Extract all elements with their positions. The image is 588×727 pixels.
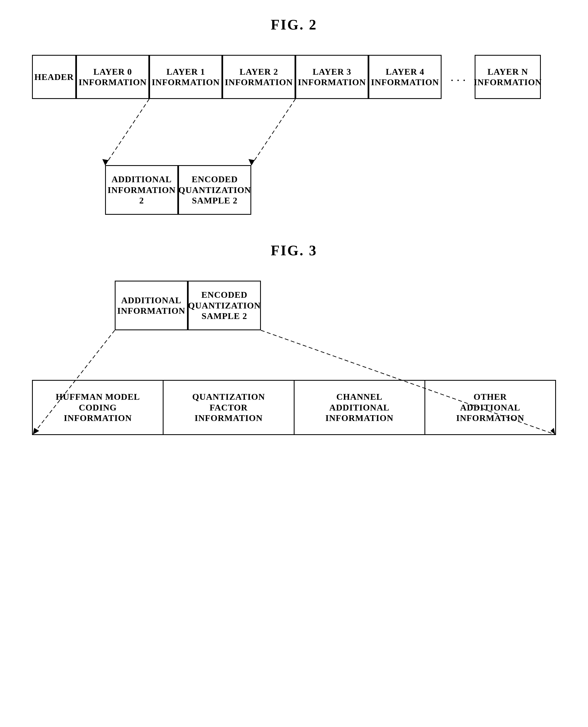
fig3-diagram: ADDITIONALINFORMATION ENCODEDQUANTIZATIO… [32,281,556,435]
fig3-cell-channel: CHANNELADDITIONALINFORMATION [294,380,424,435]
fig2-bottom-box: ADDITIONALINFORMATION 2 ENCODEDQUANTIZAT… [105,165,251,215]
svg-marker-2 [102,159,109,165]
cell-layerN: LAYER NINFORMATION [475,55,541,99]
fig3-title: FIG. 3 [0,242,588,259]
fig2-bottom-right: ENCODEDQUANTIZATIONSAMPLE 2 [178,165,251,215]
cell-layer1: LAYER 1INFORMATION [149,55,222,99]
dots-separator: . . . [442,55,475,99]
svg-line-1 [251,99,295,165]
fig2-lower: ADDITIONALINFORMATION 2 ENCODEDQUANTIZAT… [32,99,556,209]
fig3-top-right: ENCODEDQUANTIZATIONSAMPLE 2 [188,281,261,330]
fig3-top-left: ADDITIONALINFORMATION [115,281,188,330]
fig2-title: FIG. 2 [0,0,588,33]
fig2-bottom-left: ADDITIONALINFORMATION 2 [105,165,178,215]
cell-layer3: LAYER 3INFORMATION [295,55,369,99]
cell-layer0: LAYER 0INFORMATION [76,55,149,99]
fig3-cell-huffman: HUFFMAN MODELCODINGINFORMATION [32,380,163,435]
fig2-diagram: HEADER LAYER 0INFORMATION LAYER 1INFORMA… [32,55,556,209]
fig2-top-row: HEADER LAYER 0INFORMATION LAYER 1INFORMA… [32,55,556,99]
fig3-cell-other: OTHERADDITIONALINFORMATION [424,380,556,435]
cell-layer2: LAYER 2INFORMATION [222,55,295,99]
cell-layer4: LAYER 4INFORMATION [369,55,442,99]
svg-marker-3 [249,159,255,165]
svg-line-0 [105,99,149,165]
fig3-cell-quantization: QUANTIZATIONFACTORINFORMATION [163,380,293,435]
cell-header: HEADER [32,55,76,99]
fig3-bottom-row: HUFFMAN MODELCODINGINFORMATION QUANTIZAT… [32,380,556,435]
fig3-upper: ADDITIONALINFORMATION ENCODEDQUANTIZATIO… [32,281,556,435]
fig3-top-box: ADDITIONALINFORMATION ENCODEDQUANTIZATIO… [115,281,261,330]
